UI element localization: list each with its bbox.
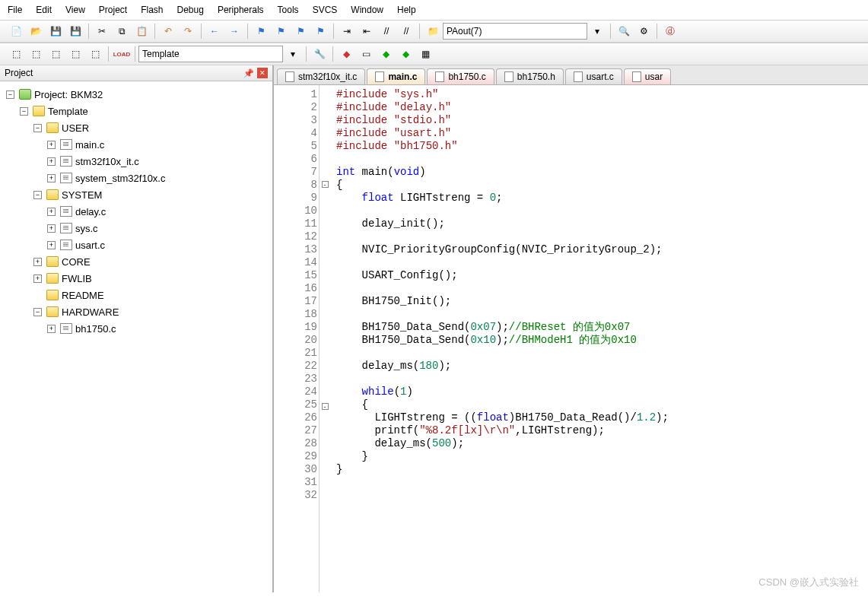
find-combo[interactable] xyxy=(443,23,587,40)
tree-group-hardware[interactable]: −HARDWARE xyxy=(3,303,269,320)
tree-toggle-icon[interactable]: − xyxy=(6,90,14,99)
redo-button[interactable]: ↷ xyxy=(180,23,196,40)
line-gutter: 1234567891011121314151617181920212223242… xyxy=(274,85,320,592)
tab-bh1750-c[interactable]: bh1750.c xyxy=(427,68,494,84)
target-dropdown-icon[interactable]: ▾ xyxy=(285,46,301,62)
fold-column[interactable]: -- xyxy=(320,85,330,592)
project-tree[interactable]: −Project: BKM32−Template−USER+main.c+stm… xyxy=(0,81,272,341)
build-button[interactable]: ⬚ xyxy=(8,46,24,62)
tree-toggle-icon[interactable]: − xyxy=(33,124,42,132)
cut-button[interactable]: ✂ xyxy=(94,23,110,40)
save-all-button[interactable]: 💾 xyxy=(67,23,84,40)
tree-group-core[interactable]: +CORE xyxy=(3,253,269,270)
manage-button[interactable]: ◆ xyxy=(338,46,355,62)
tab-usar[interactable]: usar xyxy=(624,68,671,84)
bookmark-button[interactable]: ⚑ xyxy=(253,23,269,40)
config-button[interactable]: ⚙ xyxy=(635,23,652,40)
tree-toggle-icon[interactable]: + xyxy=(47,174,56,182)
tree-group-system[interactable]: −SYSTEM xyxy=(3,186,269,203)
menu-peripherals[interactable]: Peripherals xyxy=(218,5,264,15)
pane-close-icon[interactable]: ✕ xyxy=(257,68,268,78)
tab-main-c[interactable]: main.c xyxy=(367,68,425,84)
tree-target[interactable]: −Template xyxy=(3,103,269,119)
batch-build-button[interactable]: ⬚ xyxy=(67,46,84,62)
indent-button[interactable]: ⇥ xyxy=(339,23,355,40)
prev-bookmark-button[interactable]: ⚑ xyxy=(272,23,289,40)
find-folder-icon[interactable]: 📁 xyxy=(424,23,441,40)
menu-debug[interactable]: Debug xyxy=(177,5,204,15)
clean-button[interactable]: ⬚ xyxy=(87,46,103,62)
options-button[interactable]: 🔧 xyxy=(311,46,328,62)
tree-file-usart-c[interactable]: +usart.c xyxy=(3,236,269,253)
debug-button[interactable]: ⓓ xyxy=(662,23,679,40)
nav-fwd-button[interactable]: → xyxy=(226,23,243,40)
copy-button[interactable]: ⧉ xyxy=(113,23,130,40)
menu-edit[interactable]: Edit xyxy=(36,5,52,15)
menu-file[interactable]: File xyxy=(8,5,22,15)
tree-toggle-icon[interactable]: − xyxy=(33,191,42,199)
uncomment-button[interactable]: // xyxy=(398,23,415,40)
outdent-button[interactable]: ⇤ xyxy=(358,23,375,40)
tree-toggle-icon[interactable]: + xyxy=(47,325,56,333)
nav-back-button[interactable]: ← xyxy=(206,23,223,40)
tree-toggle-icon[interactable]: − xyxy=(33,308,42,316)
tree-toggle-icon[interactable]: − xyxy=(20,107,28,116)
tree-group-fwlib[interactable]: +FWLIB xyxy=(3,270,269,287)
new-file-button[interactable]: 📄 xyxy=(8,23,24,40)
tree-toggle-icon[interactable]: + xyxy=(47,141,56,149)
paste-button[interactable]: 📋 xyxy=(133,23,150,40)
tree-file-bh1750-c[interactable]: +bh1750.c xyxy=(3,320,269,337)
tree-root[interactable]: −Project: BKM32 xyxy=(3,86,269,103)
tree-toggle-icon[interactable]: + xyxy=(47,241,56,249)
target-combo[interactable] xyxy=(138,46,283,62)
tab-bh1750-h[interactable]: bh1750.h xyxy=(496,68,564,84)
tree-file-system_stm32f10x-c[interactable]: +system_stm32f10x.c xyxy=(3,170,269,186)
tab-usart-c[interactable]: usart.c xyxy=(565,68,622,84)
pack3-button[interactable]: ▦ xyxy=(417,46,434,62)
menu-tools[interactable]: Tools xyxy=(278,5,299,15)
tab-stm32f10x_it-c[interactable]: stm32f10x_it.c xyxy=(277,68,365,84)
tree-file-stm32f10x_it-c[interactable]: +stm32f10x_it.c xyxy=(3,153,269,170)
clear-bookmark-button[interactable]: ⚑ xyxy=(312,23,329,40)
menu-svcs[interactable]: SVCS xyxy=(313,5,338,15)
find-dropdown-icon[interactable]: ▾ xyxy=(589,23,606,40)
code-content[interactable]: #include "sys.h"#include "delay.h"#inclu… xyxy=(330,85,868,592)
tree-file-delay-c[interactable]: +delay.c xyxy=(3,203,269,220)
open-file-button[interactable]: 📂 xyxy=(27,23,44,40)
menu-view[interactable]: View xyxy=(65,5,85,15)
pack2-button[interactable]: ◆ xyxy=(397,46,414,62)
menu-project[interactable]: Project xyxy=(99,5,127,15)
next-bookmark-button[interactable]: ⚑ xyxy=(292,23,309,40)
comment-button[interactable]: // xyxy=(378,23,395,40)
ico-file-icon xyxy=(60,323,72,334)
tree-group-user[interactable]: −USER xyxy=(3,119,269,136)
pack-button[interactable]: ◆ xyxy=(377,46,394,62)
pin-icon[interactable]: 📌 xyxy=(243,68,254,78)
menu-help[interactable]: Help xyxy=(397,5,416,15)
tree-group-readme[interactable]: README xyxy=(3,287,269,303)
fold-toggle-icon[interactable]: - xyxy=(322,181,329,188)
save-button[interactable]: 💾 xyxy=(47,23,64,40)
menubar: FileEditViewProjectFlashDebugPeripherals… xyxy=(0,0,868,20)
rebuild-button[interactable]: ⬚ xyxy=(47,46,64,62)
file-ext-button[interactable]: ▭ xyxy=(358,46,374,62)
watermark: CSDN @嵌入式实验社 xyxy=(758,576,859,589)
file-icon xyxy=(375,71,384,82)
menu-flash[interactable]: Flash xyxy=(141,5,163,15)
tree-toggle-icon[interactable]: + xyxy=(47,157,56,166)
tree-file-sys-c[interactable]: +sys.c xyxy=(3,220,269,236)
fold-toggle-icon[interactable]: - xyxy=(322,403,329,410)
tree-toggle-icon[interactable]: + xyxy=(47,224,56,233)
ico-folder-icon xyxy=(46,290,59,300)
undo-button[interactable]: ↶ xyxy=(160,23,176,40)
find-button[interactable]: 🔍 xyxy=(615,23,632,40)
menu-window[interactable]: Window xyxy=(351,5,383,15)
tree-toggle-icon[interactable]: + xyxy=(33,258,42,266)
tree-toggle-icon[interactable]: + xyxy=(33,275,42,283)
tree-toggle-icon[interactable]: + xyxy=(47,208,56,216)
tree-file-main-c[interactable]: +main.c xyxy=(3,136,269,153)
download-button[interactable]: LOAD xyxy=(113,46,130,62)
ico-folder-icon xyxy=(46,256,59,267)
build-all-button[interactable]: ⬚ xyxy=(27,46,44,62)
code-editor[interactable]: 1234567891011121314151617181920212223242… xyxy=(274,85,868,592)
